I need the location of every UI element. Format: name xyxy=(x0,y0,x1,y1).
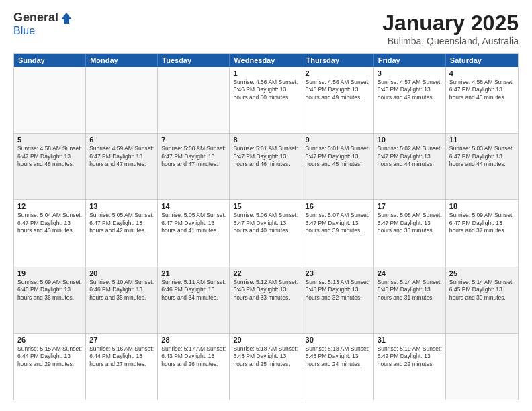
calendar-cell: 30Sunrise: 5:18 AM Sunset: 6:43 PM Dayli… xyxy=(302,334,374,400)
calendar-cell xyxy=(158,67,230,133)
calendar-cell: 1Sunrise: 4:56 AM Sunset: 6:46 PM Daylig… xyxy=(230,67,302,133)
day-number: 19 xyxy=(17,269,82,277)
day-number: 15 xyxy=(233,202,298,210)
day-info: Sunrise: 5:05 AM Sunset: 6:47 PM Dayligh… xyxy=(161,212,226,234)
calendar-cell: 26Sunrise: 5:15 AM Sunset: 6:44 PM Dayli… xyxy=(14,334,86,400)
day-info: Sunrise: 4:58 AM Sunset: 6:47 PM Dayligh… xyxy=(449,79,515,101)
day-number: 10 xyxy=(378,136,442,144)
calendar-cell: 11Sunrise: 5:03 AM Sunset: 6:47 PM Dayli… xyxy=(446,134,518,199)
calendar-cell: 4Sunrise: 4:58 AM Sunset: 6:47 PM Daylig… xyxy=(446,67,518,133)
day-info: Sunrise: 5:01 AM Sunset: 6:47 PM Dayligh… xyxy=(306,145,370,168)
day-info: Sunrise: 5:11 AM Sunset: 6:46 PM Dayligh… xyxy=(161,279,226,302)
calendar-cell xyxy=(86,67,158,133)
calendar-cell: 6Sunrise: 4:59 AM Sunset: 6:47 PM Daylig… xyxy=(86,134,158,199)
day-number: 5 xyxy=(17,136,82,144)
day-info: Sunrise: 4:59 AM Sunset: 6:47 PM Dayligh… xyxy=(89,145,154,168)
calendar-cell: 23Sunrise: 5:13 AM Sunset: 6:45 PM Dayli… xyxy=(302,267,374,333)
calendar-cell: 15Sunrise: 5:06 AM Sunset: 6:47 PM Dayli… xyxy=(230,200,302,266)
day-number: 12 xyxy=(17,202,82,210)
calendar-cell: 20Sunrise: 5:10 AM Sunset: 6:46 PM Dayli… xyxy=(86,267,158,333)
calendar-header-tuesday: Tuesday xyxy=(158,54,230,67)
month-title: January 2025 xyxy=(382,11,519,36)
day-number: 13 xyxy=(89,202,154,210)
calendar-cell xyxy=(14,67,86,133)
day-number: 2 xyxy=(306,69,370,77)
day-info: Sunrise: 5:13 AM Sunset: 6:45 PM Dayligh… xyxy=(306,279,370,302)
calendar-cell: 8Sunrise: 5:01 AM Sunset: 6:47 PM Daylig… xyxy=(230,134,302,199)
day-info: Sunrise: 4:57 AM Sunset: 6:46 PM Dayligh… xyxy=(378,79,442,101)
day-info: Sunrise: 5:03 AM Sunset: 6:47 PM Dayligh… xyxy=(449,145,515,168)
day-number: 21 xyxy=(161,269,226,277)
day-number: 20 xyxy=(89,269,154,277)
logo-blue-text: Blue xyxy=(13,25,35,37)
day-info: Sunrise: 5:02 AM Sunset: 6:47 PM Dayligh… xyxy=(378,145,442,168)
logo: General Blue xyxy=(13,11,73,37)
day-info: Sunrise: 5:05 AM Sunset: 6:47 PM Dayligh… xyxy=(89,212,154,234)
calendar-week-4: 19Sunrise: 5:09 AM Sunset: 6:46 PM Dayli… xyxy=(14,267,518,333)
day-info: Sunrise: 4:56 AM Sunset: 6:46 PM Dayligh… xyxy=(233,79,298,101)
day-info: Sunrise: 5:14 AM Sunset: 6:45 PM Dayligh… xyxy=(378,279,442,302)
calendar-cell: 9Sunrise: 5:01 AM Sunset: 6:47 PM Daylig… xyxy=(302,134,374,199)
calendar-header-saturday: Saturday xyxy=(446,54,518,67)
calendar-cell xyxy=(446,334,518,400)
calendar-week-1: 1Sunrise: 4:56 AM Sunset: 6:46 PM Daylig… xyxy=(14,67,518,133)
day-number: 7 xyxy=(161,136,226,144)
calendar-cell: 19Sunrise: 5:09 AM Sunset: 6:46 PM Dayli… xyxy=(14,267,86,333)
calendar-cell: 2Sunrise: 4:56 AM Sunset: 6:46 PM Daylig… xyxy=(302,67,374,133)
day-info: Sunrise: 5:09 AM Sunset: 6:47 PM Dayligh… xyxy=(449,212,515,234)
calendar-cell: 22Sunrise: 5:12 AM Sunset: 6:46 PM Dayli… xyxy=(230,267,302,333)
calendar-cell: 3Sunrise: 4:57 AM Sunset: 6:46 PM Daylig… xyxy=(374,67,446,133)
calendar-cell: 13Sunrise: 5:05 AM Sunset: 6:47 PM Dayli… xyxy=(86,200,158,266)
day-info: Sunrise: 5:18 AM Sunset: 6:43 PM Dayligh… xyxy=(306,345,370,368)
logo-general-text: General xyxy=(13,11,58,25)
day-info: Sunrise: 5:14 AM Sunset: 6:45 PM Dayligh… xyxy=(449,279,515,302)
day-info: Sunrise: 5:18 AM Sunset: 6:43 PM Dayligh… xyxy=(233,345,298,368)
calendar-week-5: 26Sunrise: 5:15 AM Sunset: 6:44 PM Dayli… xyxy=(14,333,518,400)
day-number: 24 xyxy=(378,269,442,277)
day-info: Sunrise: 5:10 AM Sunset: 6:46 PM Dayligh… xyxy=(89,279,154,302)
day-info: Sunrise: 5:12 AM Sunset: 6:46 PM Dayligh… xyxy=(233,279,298,302)
day-number: 26 xyxy=(17,336,82,344)
day-number: 4 xyxy=(449,69,515,77)
day-number: 27 xyxy=(89,336,154,344)
svg-marker-0 xyxy=(61,13,72,24)
page: General Blue January 2025 Bulimba, Queen… xyxy=(0,0,532,411)
calendar-body: 1Sunrise: 4:56 AM Sunset: 6:46 PM Daylig… xyxy=(14,67,518,400)
day-number: 28 xyxy=(161,336,226,344)
calendar-header: SundayMondayTuesdayWednesdayThursdayFrid… xyxy=(14,54,518,67)
day-info: Sunrise: 5:09 AM Sunset: 6:46 PM Dayligh… xyxy=(17,279,82,302)
location: Bulimba, Queensland, Australia xyxy=(382,36,519,46)
calendar-header-friday: Friday xyxy=(374,54,446,67)
day-number: 8 xyxy=(233,136,298,144)
day-number: 23 xyxy=(306,269,370,277)
day-info: Sunrise: 5:06 AM Sunset: 6:47 PM Dayligh… xyxy=(233,212,298,234)
day-number: 9 xyxy=(306,136,370,144)
calendar-cell: 14Sunrise: 5:05 AM Sunset: 6:47 PM Dayli… xyxy=(158,200,230,266)
calendar-cell: 31Sunrise: 5:19 AM Sunset: 6:42 PM Dayli… xyxy=(374,334,446,400)
calendar-cell: 24Sunrise: 5:14 AM Sunset: 6:45 PM Dayli… xyxy=(374,267,446,333)
calendar-cell: 27Sunrise: 5:16 AM Sunset: 6:44 PM Dayli… xyxy=(86,334,158,400)
calendar-cell: 18Sunrise: 5:09 AM Sunset: 6:47 PM Dayli… xyxy=(446,200,518,266)
calendar-header-wednesday: Wednesday xyxy=(230,54,302,67)
day-number: 29 xyxy=(233,336,298,344)
day-number: 11 xyxy=(449,136,515,144)
day-number: 18 xyxy=(449,202,515,210)
day-number: 17 xyxy=(378,202,442,210)
calendar-cell: 17Sunrise: 5:08 AM Sunset: 6:47 PM Dayli… xyxy=(374,200,446,266)
calendar-header-thursday: Thursday xyxy=(302,54,374,67)
day-info: Sunrise: 5:00 AM Sunset: 6:47 PM Dayligh… xyxy=(161,145,226,168)
day-info: Sunrise: 5:19 AM Sunset: 6:42 PM Dayligh… xyxy=(378,345,442,368)
day-info: Sunrise: 5:07 AM Sunset: 6:47 PM Dayligh… xyxy=(306,212,370,234)
day-info: Sunrise: 5:01 AM Sunset: 6:47 PM Dayligh… xyxy=(233,145,298,168)
day-number: 30 xyxy=(306,336,370,344)
day-number: 22 xyxy=(233,269,298,277)
calendar: SundayMondayTuesdayWednesdayThursdayFrid… xyxy=(13,53,519,400)
calendar-cell: 5Sunrise: 4:58 AM Sunset: 6:47 PM Daylig… xyxy=(14,134,86,199)
calendar-cell: 29Sunrise: 5:18 AM Sunset: 6:43 PM Dayli… xyxy=(230,334,302,400)
calendar-header-sunday: Sunday xyxy=(14,54,86,67)
day-info: Sunrise: 5:16 AM Sunset: 6:44 PM Dayligh… xyxy=(89,345,154,368)
day-number: 25 xyxy=(449,269,515,277)
header: General Blue January 2025 Bulimba, Queen… xyxy=(13,11,519,46)
calendar-cell: 28Sunrise: 5:17 AM Sunset: 6:43 PM Dayli… xyxy=(158,334,230,400)
calendar-week-2: 5Sunrise: 4:58 AM Sunset: 6:47 PM Daylig… xyxy=(14,133,518,199)
